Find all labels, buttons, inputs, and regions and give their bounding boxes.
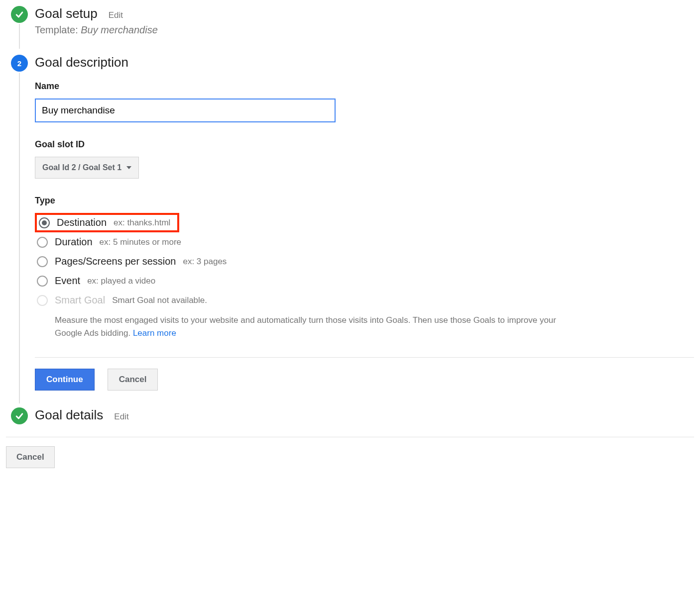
goal-name-input[interactable]	[35, 99, 336, 122]
radio-row-event[interactable]: Event ex: played a video	[35, 271, 694, 291]
radio-hint: ex: played a video	[87, 276, 155, 286]
step-goal-setup: Goal setup Edit Template: Buy merchandis…	[8, 6, 694, 40]
radio-row-pages[interactable]: Pages/Screens per session ex: 3 pages	[35, 252, 694, 271]
radio-row-duration[interactable]: Duration ex: 5 minutes or more	[35, 232, 694, 252]
radio-hint: ex: 5 minutes or more	[100, 237, 181, 247]
step-connector	[19, 24, 20, 49]
goal-slot-value: Goal Id 2 / Goal Set 1	[42, 163, 121, 172]
radio-input[interactable]	[39, 217, 50, 228]
checkmark-icon	[11, 6, 28, 23]
footer-cancel-button[interactable]: Cancel	[6, 446, 55, 468]
goal-slot-label: Goal slot ID	[35, 139, 694, 150]
checkmark-icon	[11, 407, 28, 424]
type-label: Type	[35, 196, 694, 206]
radio-hint: ex: 3 pages	[183, 257, 227, 267]
step-title: Goal details	[35, 407, 103, 423]
edit-link[interactable]: Edit	[109, 10, 123, 20]
radio-row-destination[interactable]: Destination ex: thanks.html	[35, 213, 179, 232]
step-number-icon: 2	[11, 55, 28, 72]
radio-input[interactable]	[37, 276, 48, 287]
step-subtitle: Template: Buy merchandise	[35, 24, 694, 36]
goal-slot-dropdown[interactable]: Goal Id 2 / Goal Set 1	[35, 157, 139, 179]
radio-label: Event	[55, 275, 80, 287]
radio-input[interactable]	[37, 256, 48, 267]
smart-goal-text: Measure the most engaged visits to your …	[55, 315, 556, 338]
template-value: Buy merchandise	[81, 24, 158, 35]
radio-hint: Smart Goal not available.	[112, 296, 207, 305]
continue-button[interactable]: Continue	[35, 369, 95, 391]
radio-label: Duration	[55, 236, 93, 248]
chevron-down-icon	[126, 166, 131, 169]
learn-more-link[interactable]: Learn more	[133, 328, 176, 338]
divider	[35, 357, 694, 358]
step-title: Goal description	[35, 55, 128, 70]
radio-input	[37, 295, 48, 306]
radio-hint: ex: thanks.html	[114, 218, 170, 228]
radio-input[interactable]	[37, 237, 48, 248]
radio-label: Pages/Screens per session	[55, 256, 176, 267]
radio-label: Destination	[57, 217, 107, 228]
step-title: Goal setup	[35, 6, 98, 21]
edit-link[interactable]: Edit	[114, 412, 128, 422]
template-label: Template:	[35, 24, 78, 35]
name-label: Name	[35, 81, 694, 92]
smart-goal-description: Measure the most engaged visits to your …	[55, 314, 578, 339]
cancel-button[interactable]: Cancel	[108, 369, 158, 391]
radio-label: Smart Goal	[55, 295, 105, 306]
radio-row-smart-goal: Smart Goal Smart Goal not available.	[35, 291, 694, 310]
step-goal-description: 2 Goal description Name Goal slot ID Goa…	[8, 55, 694, 395]
footer-divider	[6, 437, 694, 437]
step-connector	[19, 73, 20, 403]
step-goal-details: Goal details Edit	[8, 407, 694, 423]
